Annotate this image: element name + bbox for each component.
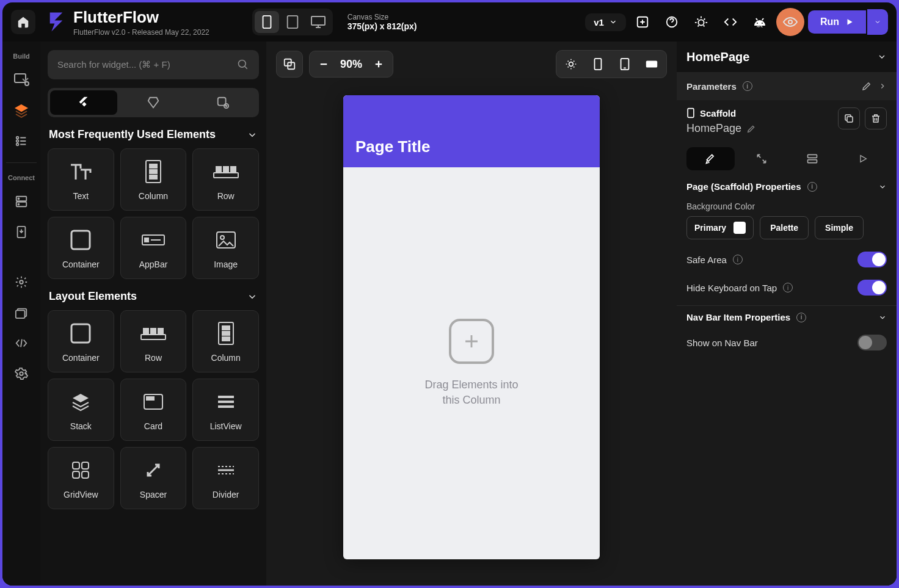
svg-rect-54: [82, 471, 89, 478]
widget-gridview[interactable]: GridView: [48, 447, 114, 509]
info-icon: i: [807, 182, 817, 192]
device-phone-button[interactable]: [255, 11, 279, 33]
info-icon: i: [796, 313, 806, 322]
widget-image[interactable]: Image: [192, 217, 259, 279]
edit-icon[interactable]: [861, 81, 872, 92]
canvas-size: Canvas Size 375(px) x 812(px): [348, 13, 417, 31]
rail-tree-button[interactable]: [9, 128, 34, 154]
info-icon: i: [783, 283, 793, 292]
props-header[interactable]: HomePage: [677, 42, 897, 72]
tab-design[interactable]: [686, 147, 735, 170]
help-button[interactable]: [659, 9, 685, 35]
zoom-in-button[interactable]: [369, 51, 388, 77]
code-button[interactable]: [718, 9, 743, 35]
apk-button[interactable]: APK: [747, 9, 773, 35]
widget-spacer[interactable]: Spacer: [120, 447, 187, 509]
zoom-out-button[interactable]: [315, 51, 333, 77]
widget-panel: Search for widget... (⌘ + F) Most Freque…: [40, 42, 266, 586]
tab-flutter[interactable]: [50, 90, 117, 115]
hide-keyboard-toggle[interactable]: [857, 280, 887, 296]
rail-config-button[interactable]: [9, 361, 34, 387]
svg-rect-48: [222, 337, 230, 341]
canvas-size-value: 375(px) x 812(px): [348, 21, 417, 31]
rail-download-button[interactable]: [9, 219, 34, 245]
nav-props-head[interactable]: Nav Bar Item Properties i: [677, 305, 897, 328]
rail-widgets-button[interactable]: [9, 67, 34, 93]
widget-column[interactable]: Column: [120, 148, 187, 211]
svg-point-5: [698, 20, 704, 25]
tab-animate[interactable]: [839, 147, 887, 170]
widget-listview[interactable]: ListView: [192, 379, 259, 441]
widget-row[interactable]: Row: [192, 148, 259, 211]
props-page-name: HomePage: [686, 50, 749, 64]
canvas-multi-button[interactable]: [276, 51, 303, 78]
rail-code-button[interactable]: [9, 330, 34, 356]
rail-database-button[interactable]: [9, 189, 34, 214]
home-button[interactable]: [11, 10, 35, 34]
color-value-button[interactable]: Primary: [686, 216, 754, 239]
tab-premium[interactable]: [120, 90, 187, 115]
preview-button[interactable]: [776, 8, 804, 36]
svg-rect-46: [222, 326, 230, 330]
safe-area-toggle[interactable]: [857, 252, 887, 267]
section-freq-head[interactable]: Most Frequently Used Elements: [49, 128, 258, 141]
tab-actions[interactable]: [737, 147, 785, 170]
device-preview[interactable]: Page Title Drag Elements into this Colum…: [343, 95, 600, 559]
device-phone-icon[interactable]: [586, 53, 610, 75]
simple-button[interactable]: Simple: [815, 216, 864, 239]
widget-container[interactable]: Container: [48, 217, 114, 279]
widget-card-item[interactable]: Card: [120, 379, 187, 441]
keyboard-button[interactable]: [639, 53, 664, 75]
version-dropdown[interactable]: v1: [585, 13, 626, 31]
device-desktop-button[interactable]: [306, 11, 330, 33]
svg-point-39: [220, 236, 224, 239]
device-tablet-button[interactable]: [280, 11, 305, 33]
preview-body[interactable]: Drag Elements into this Column: [343, 167, 600, 559]
svg-point-11: [25, 82, 29, 85]
svg-rect-32: [216, 167, 221, 172]
svg-rect-30: [150, 175, 157, 179]
main-area: Build Connect Search for widget... (⌘ + …: [2, 42, 897, 586]
add-action-button[interactable]: [630, 9, 655, 35]
widget-stack[interactable]: Stack: [48, 379, 114, 441]
brand-logo-icon: [45, 11, 67, 33]
chevron-right-icon[interactable]: [878, 82, 887, 90]
rail-media-button[interactable]: [9, 300, 34, 325]
svg-rect-52: [82, 462, 89, 469]
widget-row-2[interactable]: Row: [120, 310, 187, 372]
params-label: Parameters: [686, 81, 737, 92]
device-selector: [252, 9, 333, 35]
widget-container-2[interactable]: Container: [48, 310, 114, 372]
widget-appbar[interactable]: AppBar: [120, 217, 187, 279]
run-button[interactable]: Run: [808, 10, 866, 34]
section-layout-head[interactable]: Layout Elements: [49, 290, 258, 303]
debug-button[interactable]: [688, 9, 714, 35]
scaffold-props-head[interactable]: Page (Scaffold) Properties i: [677, 175, 897, 198]
delete-button[interactable]: [865, 107, 887, 129]
svg-rect-50: [147, 397, 154, 400]
rail-settings-button[interactable]: [9, 269, 34, 295]
copy-button[interactable]: [838, 107, 860, 129]
svg-rect-47: [222, 332, 230, 335]
info-icon: i: [733, 255, 743, 264]
svg-rect-28: [150, 164, 157, 168]
nav-rail: Build Connect: [2, 42, 40, 586]
edit-icon[interactable]: [746, 124, 756, 134]
widget-divider[interactable]: Divider: [192, 447, 259, 509]
palette-button[interactable]: Palette: [760, 216, 809, 239]
theme-button[interactable]: [559, 53, 583, 75]
widget-text[interactable]: Text: [48, 148, 114, 211]
tab-custom[interactable]: [189, 90, 257, 115]
widget-column-2[interactable]: Column: [192, 310, 259, 372]
search-input[interactable]: Search for widget... (⌘ + F): [48, 50, 259, 79]
parameters-row[interactable]: Parameters i: [677, 72, 897, 100]
color-swatch: [733, 222, 746, 234]
tab-backend[interactable]: [788, 147, 836, 170]
scaffold-name: HomePage: [686, 122, 741, 135]
run-dropdown[interactable]: [867, 9, 888, 35]
device-tablet-icon[interactable]: [613, 53, 637, 75]
rail-layers-button[interactable]: [9, 98, 34, 123]
show-nav-toggle[interactable]: [857, 335, 887, 350]
hide-keyboard-row: Hide Keyboard on Tapi: [677, 274, 897, 302]
search-icon: [237, 59, 249, 71]
